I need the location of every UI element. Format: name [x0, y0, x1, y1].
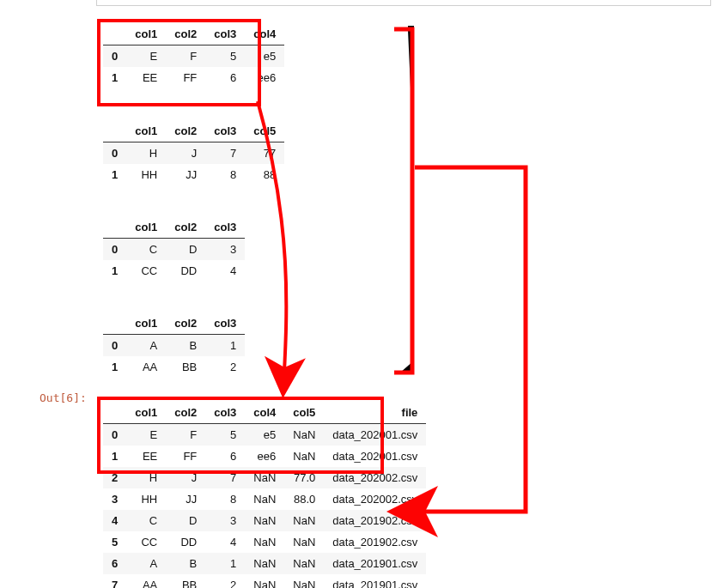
row-index: 0	[103, 335, 126, 357]
cell: J	[166, 142, 205, 165]
cell: 3	[205, 510, 245, 531]
cell: data_201901.csv	[324, 574, 426, 588]
table-row: 1AABB2	[103, 356, 245, 378]
cell: NaN	[245, 531, 284, 553]
cell: NaN	[245, 553, 284, 574]
row-index: 3	[103, 488, 126, 510]
col-header: col2	[166, 312, 205, 335]
table-row: 6AB1NaNNaNdata_201901.csv	[103, 553, 426, 574]
dataframe-c: col1 col2 col3 0CD3 1CCDD4	[103, 216, 245, 282]
cell: NaN	[284, 553, 324, 574]
table-row: 0CD3	[103, 239, 245, 261]
col-header: col2	[166, 216, 205, 239]
cell: A	[126, 553, 166, 574]
cell: 8	[205, 488, 245, 510]
col-header: col1	[126, 216, 166, 239]
index-header	[103, 120, 126, 142]
cell: DD	[166, 260, 205, 282]
col-header: col1	[126, 312, 166, 335]
cell: D	[166, 510, 205, 531]
cell: 1	[205, 553, 245, 574]
row-index: 4	[103, 510, 126, 531]
col-header: col2	[166, 120, 205, 142]
cell: DD	[166, 531, 205, 553]
cell: NaN	[245, 510, 284, 531]
cell: NaN	[284, 510, 324, 531]
cell: 4	[205, 531, 245, 553]
cell: data_201902.csv	[324, 510, 426, 531]
cell: 88	[245, 164, 284, 185]
cell: data_201901.csv	[324, 553, 426, 574]
cell: BB	[166, 574, 205, 588]
table-row: 0AB1	[103, 335, 245, 357]
cell: H	[126, 142, 166, 165]
cell: 3	[205, 239, 245, 261]
cell: 2	[205, 356, 245, 378]
cell: JJ	[166, 488, 205, 510]
cell: BB	[166, 356, 205, 378]
cell: B	[166, 335, 205, 357]
input-cell-border	[96, 0, 711, 6]
cell: 8	[205, 164, 245, 185]
row-index: 7	[103, 574, 126, 588]
cell: C	[126, 239, 166, 261]
cell: 4	[205, 260, 245, 282]
highlight-box-source	[97, 19, 261, 106]
cell: 88.0	[284, 488, 324, 510]
row-index: 5	[103, 531, 126, 553]
col-header: col3	[205, 312, 245, 335]
cell: NaN	[284, 574, 324, 588]
cell: JJ	[166, 164, 205, 185]
cell: 1	[205, 335, 245, 357]
table-row: 1CCDD4	[103, 260, 245, 282]
cell: 2	[205, 574, 245, 588]
dataframe-b: col1 col2 col3 col5 0HJ777 1HHJJ888	[103, 120, 284, 185]
cell: CC	[126, 531, 166, 553]
table-row: 3HHJJ8NaN88.0data_202002.csv	[103, 488, 426, 510]
table-row: 5CCDD4NaNNaNdata_201902.csv	[103, 531, 426, 553]
col-header: col5	[245, 120, 284, 142]
cell: NaN	[284, 531, 324, 553]
cell: 77	[245, 142, 284, 165]
index-header	[103, 216, 126, 239]
highlight-box-destination	[97, 397, 384, 474]
cell: AA	[126, 356, 166, 378]
cell: data_202002.csv	[324, 488, 426, 510]
row-index: 1	[103, 356, 126, 378]
cell: NaN	[245, 574, 284, 588]
col-header: col1	[126, 120, 166, 142]
table-row: 4CD3NaNNaNdata_201902.csv	[103, 510, 426, 531]
cell: NaN	[245, 488, 284, 510]
page: Out[6]: col1 col2 col3 col4 0EF5e5 1EEFF…	[0, 0, 718, 588]
row-index: 1	[103, 164, 126, 185]
cell: A	[126, 335, 166, 357]
cell: B	[166, 553, 205, 574]
cell: HH	[126, 488, 166, 510]
row-index: 0	[103, 239, 126, 261]
row-index: 0	[103, 142, 126, 165]
cell: D	[166, 239, 205, 261]
table-row: 1HHJJ888	[103, 164, 284, 185]
cell: C	[126, 510, 166, 531]
col-header: col3	[205, 216, 245, 239]
col-header: col3	[205, 120, 245, 142]
table-row: 0HJ777	[103, 142, 284, 165]
cell: data_201902.csv	[324, 531, 426, 553]
dataframe-d: col1 col2 col3 0AB1 1AABB2	[103, 312, 245, 378]
table-row: 7AABB2NaNNaNdata_201901.csv	[103, 574, 426, 588]
row-index: 6	[103, 553, 126, 574]
index-header	[103, 312, 126, 335]
cell: 7	[205, 142, 245, 165]
output-label: Out[6]:	[40, 391, 87, 404]
row-index: 1	[103, 260, 126, 282]
cell: CC	[126, 260, 166, 282]
cell: AA	[126, 574, 166, 588]
cell: HH	[126, 164, 166, 185]
